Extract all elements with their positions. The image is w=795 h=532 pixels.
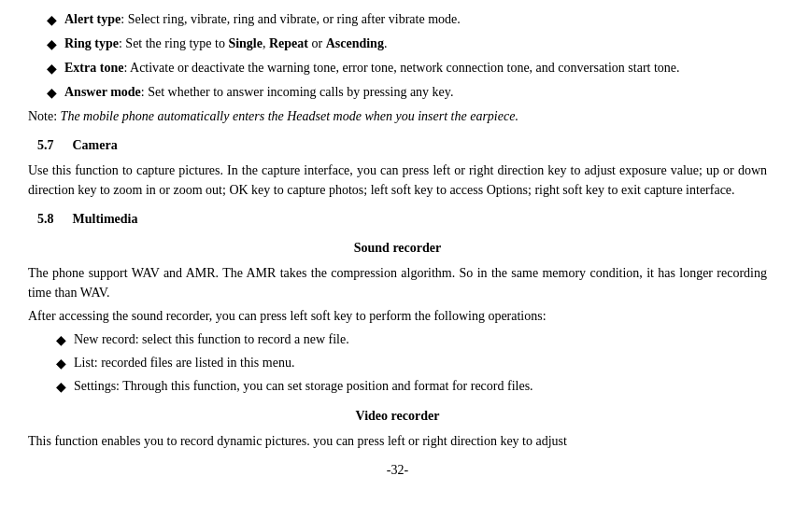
sound-bullet-1-text: New record: select this function to reco… [74, 329, 349, 349]
answer-mode-body: Set whether to answer incoming calls by … [148, 85, 453, 99]
video-body: This function enables you to record dyna… [28, 431, 767, 451]
bullet-diamond-icon: ◆ [56, 330, 66, 350]
sound-bullet-3: ◆ Settings: Through this function, you c… [28, 376, 767, 397]
bullet-answer-mode: ◆ Answer mode: Set whether to answer inc… [28, 82, 767, 103]
bullet-answer-mode-text: Answer mode: Set whether to answer incom… [64, 82, 767, 102]
sound-para2: After accessing the sound recorder, you … [28, 306, 767, 326]
note-line: Note: The mobile phone automatically ent… [28, 106, 767, 126]
sound-para1: The phone support WAV and AMR. The AMR t… [28, 263, 767, 302]
bullet-ring-type-text: Ring type: Set the ring type to Single, … [64, 34, 767, 53]
bullet-diamond-icon: ◆ [47, 35, 57, 54]
ring-repeat: Repeat [269, 36, 308, 50]
sound-bullet-2: ◆ List: recorded files are listed in thi… [28, 353, 767, 373]
section-57-title: Camera [73, 135, 118, 155]
sound-bullet-2-text: List: recorded files are listed in this … [74, 353, 294, 372]
answer-mode-label: Answer mode [64, 85, 141, 99]
bullet-ring-type: ◆ Ring type: Set the ring type to Single… [28, 34, 767, 54]
sound-bullet-3-text: Settings: Through this function, you can… [74, 376, 533, 396]
section-57-body: Use this function to capture pictures. I… [28, 161, 767, 200]
bullet-extra-tone-text: Extra tone: Activate or deactivate the w… [64, 58, 767, 77]
bullet-extra-tone: ◆ Extra tone: Activate or deactivate the… [28, 58, 767, 78]
alert-type-colon: : [121, 12, 127, 26]
subsection-sound-title: Sound recorder [28, 238, 767, 258]
note-prefix: Note: [28, 109, 61, 123]
ring-ascending: Ascending [326, 36, 384, 50]
note-italic-text: The mobile phone automatically enters th… [61, 109, 518, 123]
bullet-diamond-icon: ◆ [47, 59, 57, 78]
bullet-diamond-icon: ◆ [56, 377, 66, 397]
section-58-number: 5.8 [37, 209, 54, 229]
bullet-diamond-icon: ◆ [47, 10, 57, 30]
extra-tone-label: Extra tone [64, 61, 123, 75]
page-number: -32- [28, 460, 767, 480]
alert-type-label: Alert type [64, 12, 121, 26]
section-58-title: Multimedia [73, 209, 138, 229]
bullet-alert-type: ◆ Alert type: Select ring, vibrate, ring… [28, 9, 767, 30]
bullet-alert-type-text: Alert type: Select ring, vibrate, ring a… [64, 9, 767, 29]
section-57-number: 5.7 [37, 135, 54, 155]
extra-tone-body: Activate or deactivate the warning tone,… [130, 61, 680, 75]
sound-bullet-1: ◆ New record: select this function to re… [28, 329, 767, 350]
bullet-diamond-icon: ◆ [47, 83, 57, 103]
ring-single: Single [228, 36, 263, 50]
section-57-header: 5.7 Camera [28, 135, 767, 155]
ring-type-label: Ring type [64, 36, 119, 50]
subsection-video-title: Video recorder [28, 406, 767, 426]
alert-type-body: Select ring, vibrate, ring and vibrate, … [128, 12, 461, 26]
bullet-diamond-icon: ◆ [56, 354, 66, 373]
section-58-header: 5.8 Multimedia [28, 209, 767, 229]
